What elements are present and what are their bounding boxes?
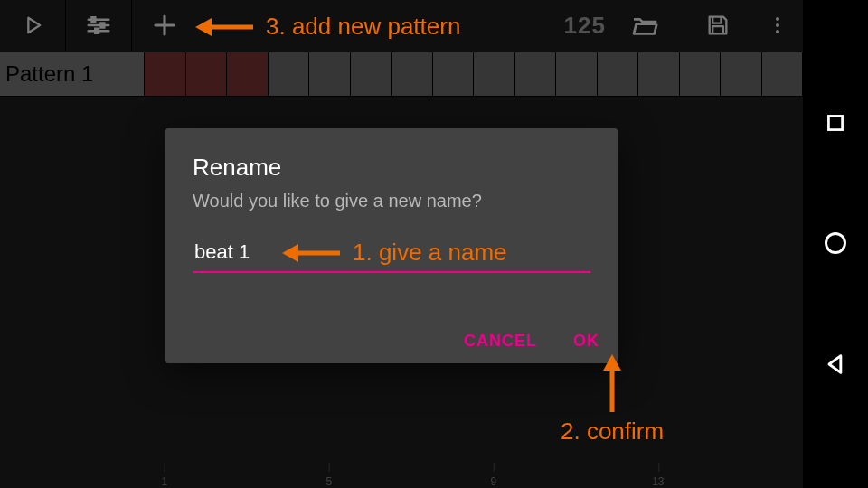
- pattern-row[interactable]: Pattern 1: [0, 52, 803, 97]
- pattern-cell[interactable]: [474, 52, 515, 96]
- pattern-cells[interactable]: [145, 52, 803, 96]
- open-button[interactable]: [606, 0, 684, 51]
- ruler-mark: 13: [652, 475, 664, 488]
- pattern-label[interactable]: Pattern 1: [0, 52, 145, 96]
- annotation-label: 2. confirm: [561, 418, 664, 446]
- svg-rect-9: [828, 116, 842, 129]
- cancel-button[interactable]: CANCEL: [464, 332, 537, 351]
- play-button[interactable]: [0, 0, 65, 51]
- annotation-step1: 1. give a name: [282, 239, 507, 267]
- home-button[interactable]: [823, 230, 848, 256]
- plus-icon: [151, 12, 178, 39]
- pattern-cell[interactable]: [680, 52, 722, 96]
- pattern-cell[interactable]: [269, 52, 310, 96]
- circle-icon: [823, 230, 848, 256]
- svg-point-6: [776, 17, 779, 21]
- arrow-left-icon: [195, 16, 253, 38]
- square-icon: [824, 111, 847, 135]
- tempo-display[interactable]: 125: [564, 12, 606, 40]
- pattern-cell[interactable]: [598, 52, 639, 96]
- pattern-cell[interactable]: [515, 52, 557, 96]
- pattern-cell[interactable]: [227, 52, 269, 96]
- pattern-cell[interactable]: [762, 52, 804, 96]
- save-icon: [705, 13, 731, 38]
- folder-open-icon: [630, 11, 659, 40]
- dialog-title: Rename: [193, 154, 590, 182]
- arrow-left-icon: [282, 242, 340, 264]
- svg-rect-5: [95, 29, 99, 33]
- overflow-menu-button[interactable]: [752, 0, 803, 51]
- annotation-step3: 3. add new pattern: [195, 13, 460, 41]
- ruler-mark: 1: [161, 475, 167, 488]
- mixer-button[interactable]: [66, 0, 131, 51]
- pattern-cell[interactable]: [433, 52, 475, 96]
- svg-point-7: [776, 23, 779, 27]
- add-pattern-button[interactable]: [132, 0, 197, 51]
- more-vert-icon: [767, 14, 788, 36]
- svg-point-8: [776, 30, 779, 33]
- triangle-back-icon: [823, 352, 848, 377]
- svg-rect-3: [92, 17, 96, 22]
- annotation-label: 3. add new pattern: [266, 13, 460, 41]
- pattern-cell[interactable]: [392, 52, 433, 96]
- dialog-message: Would you like to give a new name?: [193, 191, 590, 211]
- arrow-up-icon: [601, 354, 623, 412]
- timeline-ruler: 1 5 9 13: [145, 461, 803, 488]
- back-button[interactable]: [823, 352, 848, 377]
- ruler-mark: 9: [490, 475, 496, 488]
- svg-rect-4: [101, 23, 105, 28]
- recents-button[interactable]: [824, 111, 847, 135]
- pattern-cell[interactable]: [186, 52, 228, 96]
- pattern-cell[interactable]: [145, 52, 186, 96]
- pattern-cell[interactable]: [309, 52, 351, 96]
- sliders-icon: [85, 12, 112, 39]
- play-icon: [20, 13, 45, 38]
- annotation-step2: 2. confirm: [561, 354, 664, 446]
- pattern-cell[interactable]: [638, 52, 680, 96]
- app-screen: 125 Pattern 1: [0, 0, 868, 488]
- pattern-cell[interactable]: [351, 52, 392, 96]
- annotation-label: 1. give a name: [353, 239, 507, 267]
- pattern-cell[interactable]: [556, 52, 598, 96]
- ruler-mark: 5: [326, 475, 332, 488]
- android-nav-bar: [803, 0, 868, 488]
- pattern-cell[interactable]: [721, 52, 762, 96]
- svg-point-10: [826, 234, 845, 253]
- ok-button[interactable]: OK: [573, 332, 599, 351]
- save-button[interactable]: [684, 0, 752, 51]
